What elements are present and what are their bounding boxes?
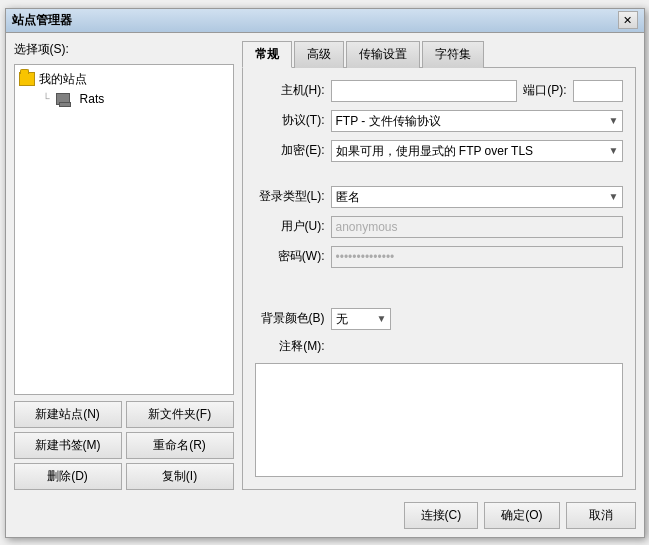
tab-general[interactable]: 常规 [242,41,292,68]
protocol-select-wrapper: FTP - 文件传输协议 ▼ [331,110,623,132]
user-label: 用户(U): [255,218,325,235]
login-type-row: 登录类型(L): 匿名 ▼ [255,186,623,208]
bg-color-select[interactable]: 无 [331,308,391,330]
left-panel: 选择项(S): 我的站点 └ Rats 新建站点 [14,41,234,490]
ok-button[interactable]: 确定(O) [484,502,559,529]
separator-1 [255,170,623,178]
title-bar: 站点管理器 ✕ [6,9,644,33]
separator-3 [255,292,623,300]
password-row: 密码(W): [255,246,623,268]
bg-color-row: 背景颜色(B) 无 ▼ [255,308,623,330]
left-buttons: 新建站点(N) 新文件夹(F) 新建书签(M) 重命名(R) 删除(D) 复制(… [14,401,234,490]
connect-button[interactable]: 连接(C) [404,502,479,529]
tree-item-rats[interactable]: └ Rats [43,90,229,108]
new-folder-button[interactable]: 新文件夹(F) [126,401,234,428]
bottom-buttons: 连接(C) 确定(O) 取消 [14,498,636,529]
notes-container [255,363,623,477]
login-type-label: 登录类型(L): [255,188,325,205]
tab-advanced[interactable]: 高级 [294,41,344,68]
tree-child: └ Rats [43,90,229,108]
port-label: 端口(P): [523,82,566,99]
tree-connector-icon: └ [43,93,50,104]
folder-icon [19,72,35,86]
encryption-select-wrapper: 如果可用，使用显式的 FTP over TLS ▼ [331,140,623,162]
window-title: 站点管理器 [12,12,72,29]
tab-transfer[interactable]: 传输设置 [346,41,420,68]
login-type-select-wrapper: 匿名 ▼ [331,186,623,208]
host-input[interactable] [331,80,518,102]
copy-button[interactable]: 复制(I) [126,463,234,490]
window-body: 选择项(S): 我的站点 └ Rats 新建站点 [6,33,644,537]
notes-textarea[interactable] [255,363,623,477]
tab-content: 主机(H): 端口(P): 协议(T): FTP - 文件传输协议 ▼ [242,67,636,490]
login-type-select[interactable]: 匿名 [331,186,623,208]
tree-rats-label: Rats [80,92,105,106]
bg-color-label: 背景颜色(B) [255,310,325,327]
host-label: 主机(H): [255,82,325,99]
tab-bar: 常规 高级 传输设置 字符集 [242,41,636,68]
protocol-select[interactable]: FTP - 文件传输协议 [331,110,623,132]
port-input[interactable] [573,80,623,102]
encryption-row: 加密(E): 如果可用，使用显式的 FTP over TLS ▼ [255,140,623,162]
encryption-label: 加密(E): [255,142,325,159]
new-site-button[interactable]: 新建站点(N) [14,401,122,428]
computer-icon [56,93,70,105]
protocol-label: 协议(T): [255,112,325,129]
password-input[interactable] [331,246,623,268]
site-manager-window: 站点管理器 ✕ 选择项(S): 我的站点 └ Rats [5,8,645,538]
notes-label-row: 注释(M): [255,338,623,355]
notes-label: 注释(M): [255,338,325,355]
right-panel: 常规 高级 传输设置 字符集 主机(H): 端口(P): [242,41,636,490]
tab-charset[interactable]: 字符集 [422,41,484,68]
bg-color-select-wrapper: 无 ▼ [331,308,391,330]
user-input[interactable] [331,216,623,238]
password-label: 密码(W): [255,248,325,265]
main-area: 选择项(S): 我的站点 └ Rats 新建站点 [14,41,636,490]
user-row: 用户(U): [255,216,623,238]
cancel-button[interactable]: 取消 [566,502,636,529]
new-bookmark-button[interactable]: 新建书签(M) [14,432,122,459]
site-tree[interactable]: 我的站点 └ Rats [14,64,234,395]
close-button[interactable]: ✕ [618,11,638,29]
host-port-row: 主机(H): 端口(P): [255,80,623,102]
tree-label: 选择项(S): [14,41,234,58]
delete-button[interactable]: 删除(D) [14,463,122,490]
tree-root-label: 我的站点 [39,71,87,88]
encryption-select[interactable]: 如果可用，使用显式的 FTP over TLS [331,140,623,162]
separator-2 [255,276,623,284]
protocol-row: 协议(T): FTP - 文件传输协议 ▼ [255,110,623,132]
tree-item-root[interactable]: 我的站点 [19,69,229,90]
rename-button[interactable]: 重命名(R) [126,432,234,459]
